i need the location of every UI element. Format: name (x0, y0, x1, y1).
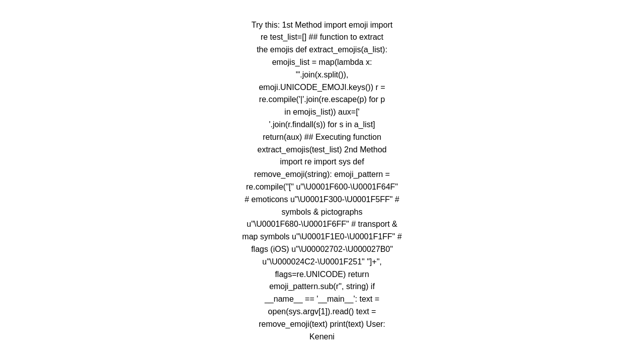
code-line: emojis_list = map(lambda x: (242, 56, 401, 69)
code-line: extract_emojis(test_list) 2nd Method (242, 144, 401, 156)
code-block: Try this: 1st Method import emoji import… (242, 19, 401, 343)
code-line: u"\U000024C2-\U0001F251" "]+", (242, 256, 401, 268)
code-line: map symbols u"\U0001F1E0-\U0001F1FF" # (242, 231, 401, 243)
code-line: the emojis def extract_emojis(a_list): (242, 44, 401, 56)
code-line: remove_emoji(string): emoji_pattern = (242, 168, 401, 181)
code-line: symbols & pictographs (242, 206, 401, 219)
code-line: flags (iOS) u"\U00002702-\U000027B0" (242, 243, 401, 256)
code-line: Keneni (242, 331, 401, 343)
code-line: re.compile('|'.join(re.escape(p) for p (242, 94, 401, 106)
code-line: emoji.UNICODE_EMOJI.keys()) r = (242, 81, 401, 94)
code-line: __name__ == '__main__': text = (242, 293, 401, 306)
code-line: '.join(r.findall(s)) for s in a_list] (242, 119, 401, 131)
code-line: Try this: 1st Method import emoji import (242, 19, 401, 32)
content-area: Try this: 1st Method import emoji import… (0, 0, 644, 362)
code-line: re.compile("[" u"\U0001F600-\U0001F64F" (242, 181, 401, 194)
code-line: # emoticons u"\U0001F300-\U0001F5FF" # (242, 194, 401, 206)
code-line: re test_list=[] ## function to extract (242, 31, 401, 44)
code-line: emoji_pattern.sub(r'', string) if (242, 281, 401, 293)
code-line: open(sys.argv[1]).read() text = (242, 306, 401, 318)
code-line: u"\U0001F680-\U0001F6FF" # transport & (242, 218, 401, 231)
code-line: import re import sys def (242, 156, 401, 168)
code-line: remove_emoji(text) print(text) User: (242, 318, 401, 331)
code-line: return(aux) ## Executing function (242, 131, 401, 144)
code-line: flags=re.UNICODE) return (242, 268, 401, 281)
code-line: in emojis_list)) aux=[' (242, 106, 401, 119)
code-line: '".join(x.split()), (242, 69, 401, 81)
